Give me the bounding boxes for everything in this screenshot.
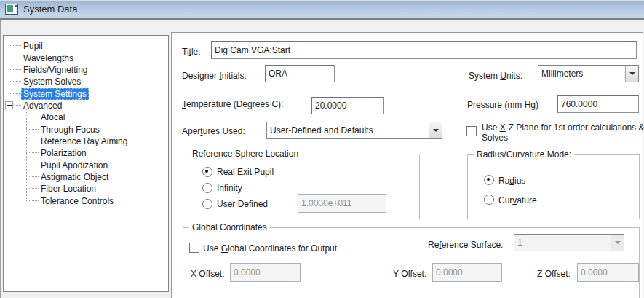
tree-item[interactable]: Pupil Apodization <box>4 159 168 170</box>
tree-connector <box>26 152 39 154</box>
xz-plane-checkbox[interactable] <box>466 126 477 136</box>
tree-item-label[interactable]: Fields/Vignetting <box>21 64 90 76</box>
tree-item[interactable]: System Settings <box>4 87 168 99</box>
y-offset-input <box>432 263 502 282</box>
tree-item-label[interactable]: Advanced <box>21 100 64 111</box>
pressure-input[interactable] <box>557 95 639 113</box>
tree-item[interactable]: Advanced <box>4 100 168 111</box>
title-input[interactable] <box>211 41 637 59</box>
tree-item[interactable]: Through Focus <box>4 123 168 135</box>
x-offset-input <box>230 263 301 282</box>
apertures-used-select[interactable]: User-Defined and Defaults <box>266 122 442 139</box>
z-offset-input <box>577 263 639 282</box>
radio-infinity[interactable] <box>202 183 212 193</box>
system-settings-form: Title: Designer Initials: System Units: … <box>171 32 643 298</box>
tree-item-label[interactable]: Wavelengths <box>21 52 76 64</box>
tree-item[interactable]: Fields/Vignetting <box>4 64 168 76</box>
tree-connector <box>26 176 39 178</box>
settings-tree: Pupil Wavelengths Fields/Vignetting Syst… <box>3 35 169 292</box>
tree-connector <box>26 129 39 130</box>
tree-connector <box>9 81 21 82</box>
system-data-window: System Data Pupil Wavelengths Fields/Vig… <box>0 0 644 298</box>
titlebar: System Data <box>0 0 644 18</box>
x-offset-label: X Offset: <box>191 269 224 279</box>
global-coordinates-group: Global Coordinates Use Global Coordinate… <box>183 227 640 298</box>
system-units-value: Millimeters <box>538 66 625 82</box>
global-coordinates-legend: Global Coordinates <box>189 222 270 232</box>
system-units-label: System Units: <box>469 71 522 81</box>
tree-connector <box>26 200 39 202</box>
pressure-label: Pressure (mm Hg) <box>467 100 538 110</box>
apertures-used-label: Apertures Used: <box>182 126 245 136</box>
radio-user-defined-label[interactable]: User Defined <box>217 199 268 209</box>
radio-infinity-label[interactable]: Infinity <box>217 183 242 193</box>
radio-radius[interactable] <box>484 175 494 185</box>
radio-real-exit-pupil[interactable] <box>202 167 212 177</box>
title-label: Title: <box>182 47 201 57</box>
tree-item[interactable]: Fiber Location <box>4 183 168 195</box>
radio-radius-label[interactable]: Radius <box>498 176 525 186</box>
tree-item[interactable]: Astigmatic Object <box>4 171 168 183</box>
tree-item[interactable]: Tolerance Controls <box>4 195 168 206</box>
tree-item[interactable]: System Solves <box>4 76 168 87</box>
tree-connector <box>26 188 39 189</box>
tree-item[interactable]: Afocal <box>4 111 168 123</box>
radio-user-defined[interactable] <box>202 199 212 209</box>
designer-initials-label: Designer Initials: <box>182 71 247 81</box>
tree-connector <box>26 165 39 166</box>
dialog-body: Pupil Wavelengths Fields/Vignetting Syst… <box>0 20 644 298</box>
system-units-select[interactable]: Millimeters <box>538 65 639 82</box>
tree-item-label[interactable]: Polarization <box>39 147 89 159</box>
radius-mode-legend: Radius/Curvature Mode: <box>474 149 574 160</box>
tree-item[interactable]: Pupil <box>4 40 168 52</box>
app-icon-glyph <box>7 5 13 12</box>
radio-curvature[interactable] <box>484 195 494 205</box>
reference-surface-select: 1 <box>514 234 624 251</box>
z-offset-label: Z Offset: <box>537 269 571 279</box>
tree-item-label[interactable]: Pupil Apodization <box>39 160 110 171</box>
app-icon <box>5 4 18 15</box>
tree-item[interactable]: Polarization <box>4 147 168 159</box>
user-defined-value-input <box>298 194 386 213</box>
tree-item-label[interactable]: Reference Ray Aiming <box>39 136 130 147</box>
reference-sphere-group: Reference Sphere Location Real Exit Pupi… <box>183 154 420 219</box>
reference-surface-value: 1 <box>514 235 611 251</box>
tree-collapse-icon[interactable] <box>5 101 13 109</box>
apertures-used-value: User-Defined and Defaults <box>267 122 429 138</box>
chevron-down-icon[interactable] <box>429 122 442 138</box>
tree-connector <box>26 141 39 142</box>
reference-sphere-legend: Reference Sphere Location <box>189 149 301 159</box>
temperature-label: Temperature (Degrees C): <box>182 99 283 109</box>
tree-item-label[interactable]: System Settings <box>21 88 89 100</box>
y-offset-label: Y Offset: <box>393 269 426 279</box>
chevron-down-icon[interactable] <box>625 66 638 82</box>
tree-connector <box>9 58 21 59</box>
tree-item-list: Pupil Wavelengths Fields/Vignetting Syst… <box>4 40 168 207</box>
tree-item[interactable]: Reference Ray Aiming <box>4 136 168 147</box>
designer-initials-input[interactable] <box>265 65 335 82</box>
tree-item-label[interactable]: System Solves <box>21 76 83 87</box>
tree-item[interactable]: Wavelengths <box>4 52 168 63</box>
temperature-input[interactable] <box>311 97 384 114</box>
radio-curvature-label[interactable]: Curvature <box>498 195 537 205</box>
use-global-coordinates-checkbox[interactable] <box>189 243 199 253</box>
tree-item-label[interactable]: Astigmatic Object <box>39 171 111 183</box>
chevron-down-icon <box>611 235 624 251</box>
tree-item-label[interactable]: Tolerance Controls <box>39 195 116 207</box>
tree-connector <box>13 105 21 106</box>
radio-real-exit-pupil-label[interactable]: Real Exit Pupil <box>217 167 274 177</box>
tree-connector <box>26 117 39 118</box>
reference-surface-label: Reference Surface: <box>428 240 503 250</box>
use-global-coordinates-label[interactable]: Use Global Coordinates for Output <box>203 243 337 254</box>
tree-connector <box>9 93 21 95</box>
radius-mode-group: Radius/Curvature Mode: Radius Curvature <box>467 154 640 219</box>
tree-connector <box>9 69 21 71</box>
xz-plane-label[interactable]: Use X-Z Plane for 1st order calculations… <box>482 122 644 143</box>
tree-connector <box>9 45 21 47</box>
window-title: System Data <box>23 4 77 15</box>
tree-item-label[interactable]: Afocal <box>39 111 67 123</box>
tree-item-label[interactable]: Pupil <box>21 40 45 52</box>
tree-item-label[interactable]: Through Focus <box>39 124 102 136</box>
tree-item-label[interactable]: Fiber Location <box>39 183 98 195</box>
